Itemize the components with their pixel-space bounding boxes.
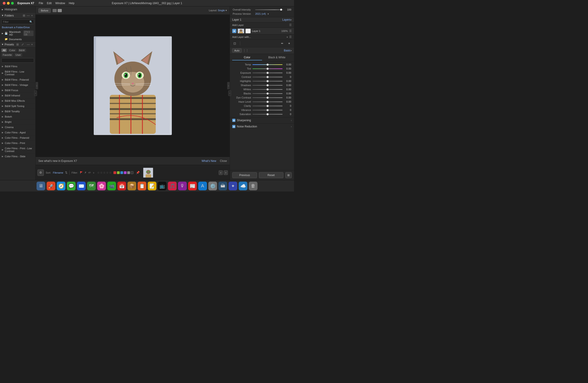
preset-item-bwfocus[interactable]: ▶ B&W Focus	[0, 88, 35, 93]
presets-grid-icon[interactable]: ⊞	[16, 43, 20, 46]
preset-item-bwfilms[interactable]: ▶ B&W Films	[0, 64, 35, 69]
color-picker-tool[interactable]: ✒	[280, 41, 285, 46]
temp-slider[interactable]	[252, 64, 283, 65]
menu-bar[interactable]: File Edit Window Help	[39, 2, 74, 5]
sharpening-arrow[interactable]: ‹	[291, 119, 292, 122]
star-4[interactable]: ☆	[106, 171, 109, 174]
dock-notes[interactable]: 📝	[148, 182, 156, 190]
menu-edit[interactable]: Edit	[47, 2, 52, 5]
presets-collapse-icon[interactable]: —	[26, 43, 30, 46]
preset-item-bwtonality[interactable]: ▶ B&W Tonality	[0, 109, 35, 114]
color-dot-gray[interactable]	[127, 171, 130, 174]
dock-appletv[interactable]: 📺	[158, 182, 167, 190]
filter-bookmark-icon[interactable]: 🏷	[88, 171, 91, 174]
menu-help[interactable]: Help	[69, 2, 74, 5]
dock-news[interactable]: 📰	[188, 182, 197, 190]
preset-tab-favorite[interactable]: Favorite	[1, 53, 13, 57]
folder-filter-input[interactable]	[1, 20, 34, 24]
menu-file[interactable]: File	[39, 2, 43, 5]
section-menu-icon[interactable]: ⋮⋮	[243, 49, 249, 52]
reset-button[interactable]: Reset	[259, 172, 284, 178]
contrast-slider[interactable]	[252, 77, 283, 77]
noise-reduction-section[interactable]: ◉ Noise Reduction ‹	[230, 123, 294, 129]
preset-tab-bw[interactable]: B&W	[18, 48, 26, 52]
dock-trash[interactable]: 🗑	[249, 182, 257, 190]
shadows-slider[interactable]	[252, 85, 283, 86]
view-icon-1[interactable]	[53, 9, 57, 12]
preset-item-colorfilms-print-lowcontrast[interactable]: ▶ Color Films - Print - Low Contrast	[0, 146, 35, 154]
vibrance-slider[interactable]	[252, 110, 283, 110]
preset-item-bwfilms-lowcontrast[interactable]: ▶ B&W Films - Low Contrast	[0, 69, 35, 77]
layer-visibility-icon[interactable]: ◉	[232, 29, 236, 33]
color-dot-red[interactable]	[113, 171, 116, 174]
layout-value[interactable]: Single	[218, 9, 225, 12]
traffic-lights[interactable]	[3, 2, 14, 5]
add-layer-with-menu-icon[interactable]: ☰	[289, 35, 292, 39]
dock-podcasts[interactable]: 🎙	[178, 182, 187, 190]
preset-item-bright[interactable]: ▶ Bright	[0, 120, 35, 125]
preset-tab-all[interactable]: All	[1, 48, 7, 52]
whats-new-link[interactable]: What's New	[202, 159, 216, 162]
star-5[interactable]: ☆	[109, 171, 112, 174]
filter-flag-icon[interactable]: 🚩	[80, 171, 83, 174]
layers-dropdown-arrow[interactable]: ▾	[291, 19, 292, 21]
dock-photos[interactable]: 🌸	[97, 182, 106, 190]
preset-tab-color[interactable]: Color	[8, 48, 17, 52]
preset-item-bwmisc[interactable]: ▶ B&W Misc Effects	[0, 98, 35, 103]
dock-safari[interactable]: 🧭	[57, 182, 65, 190]
color-dot-black[interactable]	[131, 171, 133, 174]
add-layer-with-arrow[interactable]: ▾	[287, 36, 288, 38]
filmstrip-thumbnail[interactable]	[143, 168, 153, 178]
basic-label[interactable]: Basic	[284, 49, 291, 52]
dock-facetime[interactable]: 📹	[107, 182, 116, 190]
fullscreen-button[interactable]	[11, 2, 14, 5]
filter-gte-icon[interactable]: ≥	[92, 171, 95, 174]
menu-window[interactable]: Window	[55, 2, 65, 5]
before-button[interactable]: Before	[38, 8, 51, 13]
filmstrip-settings-button[interactable]: ⚙	[38, 169, 44, 176]
star-1[interactable]: ☆	[97, 171, 100, 174]
folders-add-icon[interactable]: +	[30, 14, 34, 17]
previous-button[interactable]: Previous	[232, 172, 257, 178]
sort-direction-icon[interactable]: ⇅	[65, 171, 67, 174]
sort-value[interactable]: Filename	[53, 171, 63, 174]
highlights-slider[interactable]	[252, 81, 283, 81]
presets-add-icon[interactable]: +	[30, 43, 34, 46]
folders-collapse-icon[interactable]: —	[26, 14, 30, 17]
overall-intensity-slider[interactable]	[255, 9, 283, 10]
preset-item-bwinfrared[interactable]: ▶ B&W Infrared	[0, 93, 35, 98]
preset-item-colorfilms-aged[interactable]: ▶ Color Films - Aged	[0, 130, 35, 135]
star-3[interactable]: ☆	[103, 171, 106, 174]
dock-transloader[interactable]: 🏔	[218, 182, 227, 190]
preset-item-colorfilms-slide[interactable]: ▶ Color Films - Slide	[0, 154, 35, 159]
preset-item-cinema[interactable]: ▶ Cinema	[0, 125, 35, 130]
preset-item-bokeh[interactable]: ▶ Bokeh	[0, 114, 35, 120]
color-dot-purple[interactable]	[124, 171, 126, 174]
drive-row[interactable]: ▶ 💾 Macintosh HD 274.5 GB	[0, 30, 35, 37]
haze-level-slider[interactable]	[252, 101, 283, 102]
clarity-slider[interactable]	[252, 106, 283, 106]
color-tab[interactable]: Color	[232, 55, 262, 60]
dock-exposure[interactable]: ✦	[229, 182, 237, 190]
color-dot-green[interactable]	[117, 171, 120, 174]
dock-icloud[interactable]: ☁️	[239, 182, 247, 190]
dock-music[interactable]: 🎵	[168, 182, 177, 190]
saturation-slider[interactable]	[252, 114, 283, 115]
filmstrip-next-arrow[interactable]: ›	[224, 170, 228, 175]
folder-documents[interactable]: 📁 Documents	[0, 37, 35, 41]
folders-view-icon[interactable]: ⊞	[22, 14, 26, 17]
basic-dropdown-arrow[interactable]: ▾	[291, 49, 292, 52]
add-layer-button[interactable]: Add Layer	[232, 24, 289, 26]
dock-keka[interactable]: 📦	[127, 182, 136, 190]
dock-launchpad[interactable]: 🚀	[47, 182, 55, 190]
preset-item-bwfilms-polaroid[interactable]: ▶ B&W Films - Polaroid	[0, 77, 35, 82]
add-layer-with-button[interactable]: Add Layer with...	[232, 36, 285, 38]
preset-search-input[interactable]	[1, 58, 34, 63]
dock-reminders[interactable]: 📋	[138, 182, 146, 190]
layer-menu-icon[interactable]: ☰	[289, 29, 292, 33]
preset-item-colorfilms-print[interactable]: ▶ Color Films - Print	[0, 141, 35, 146]
auto-button[interactable]: Auto	[232, 48, 242, 53]
blacks-slider[interactable]	[252, 93, 283, 94]
dock-mail[interactable]: ✉️	[77, 182, 86, 190]
process-version-value[interactable]: 2021 (v4)	[255, 12, 266, 15]
